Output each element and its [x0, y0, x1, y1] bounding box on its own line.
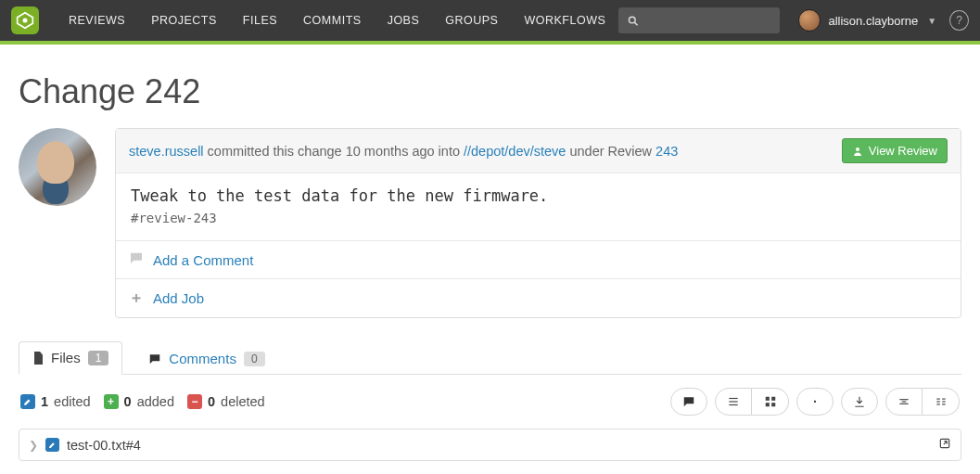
author-avatar[interactable]: [19, 128, 96, 206]
svg-point-1: [23, 19, 28, 23]
more-button[interactable]: ·: [796, 388, 834, 416]
svg-line-3: [635, 21, 638, 24]
nav-groups[interactable]: GROUPS: [432, 0, 511, 41]
grid-view-button[interactable]: [752, 388, 789, 416]
added-count: 0: [124, 394, 132, 409]
svg-point-2: [630, 17, 636, 23]
nav-workflows[interactable]: WORKFLOWS: [511, 0, 618, 41]
search-icon: [628, 15, 639, 27]
comment-filled-icon: [682, 395, 695, 408]
tabs: Files 1 Comments 0: [19, 340, 961, 375]
file-stats-row: 1 edited + 0 added − 0 deleted: [19, 375, 961, 429]
change-header: steve.russell committed this change 10 m…: [116, 129, 961, 173]
open-file-button[interactable]: [938, 437, 951, 453]
description-tag: #review-243: [131, 211, 946, 225]
chevron-down-icon: ▼: [927, 16, 936, 26]
header-text-2: into: [439, 144, 460, 159]
tab-comments[interactable]: Comments 0: [135, 343, 277, 375]
files-count-badge: 1: [88, 351, 109, 365]
stat-edited: 1 edited: [20, 394, 91, 409]
plus-icon: ＋: [129, 288, 144, 308]
grid-icon: [764, 395, 777, 408]
file-row[interactable]: ❯ test-00.txt#4: [19, 429, 961, 461]
depot-path-link[interactable]: //depot/dev/steve: [464, 144, 566, 159]
top-nav: REVIEWS PROJECTS FILES COMMITS JOBS GROU…: [0, 0, 980, 41]
review-id-link[interactable]: 243: [655, 144, 678, 159]
nav-jobs[interactable]: JOBS: [375, 0, 433, 41]
file-name: test-00.txt#4: [67, 438, 141, 453]
add-job-label: Add Job: [153, 290, 204, 306]
nav-links: REVIEWS PROJECTS FILES COMMITS JOBS GROU…: [56, 0, 618, 41]
nav-commits[interactable]: COMMITS: [290, 0, 375, 41]
author-link[interactable]: steve.russell: [129, 144, 204, 159]
svg-rect-9: [771, 397, 775, 401]
nav-reviews[interactable]: REVIEWS: [56, 0, 138, 41]
change-description: Tweak to the test data for the new firmw…: [116, 173, 961, 241]
stat-deleted: − 0 deleted: [187, 394, 265, 409]
deleted-count: 0: [208, 394, 215, 409]
file-edited-icon: [45, 438, 59, 452]
list-icon: [727, 395, 740, 408]
chevron-right-icon: ❯: [29, 439, 38, 452]
user-menu[interactable]: allison.clayborne ▼: [798, 9, 936, 32]
side-diff-button[interactable]: [923, 388, 960, 416]
list-view-button[interactable]: [715, 388, 752, 416]
edited-count: 1: [41, 394, 48, 409]
app-logo[interactable]: [11, 6, 39, 34]
added-icon: +: [104, 394, 119, 409]
file-icon: [32, 352, 44, 365]
deleted-label: deleted: [221, 394, 265, 409]
header-text-1: committed this change: [208, 144, 342, 159]
tab-comments-label: Comments: [169, 351, 236, 366]
side-diff-icon: [935, 395, 948, 408]
description-text: Tweak to the test data for the new firmw…: [131, 186, 946, 205]
diff-toolbar: ·: [670, 388, 960, 416]
add-comment-label: Add a Comment: [153, 252, 253, 268]
svg-rect-8: [765, 397, 769, 401]
inline-diff-icon: [897, 395, 910, 408]
page-title: Change 242: [19, 72, 961, 111]
change-panel: steve.russell committed this change 10 m…: [115, 128, 961, 318]
help-icon[interactable]: ?: [949, 10, 969, 31]
nav-files[interactable]: FILES: [230, 0, 290, 41]
added-label: added: [137, 394, 174, 409]
comments-count-badge: 0: [244, 352, 265, 366]
stat-added: + 0 added: [104, 394, 174, 409]
diff-mode-group: [885, 388, 960, 416]
download-button[interactable]: [841, 388, 878, 416]
download-icon: [853, 395, 866, 408]
comments-toggle-button[interactable]: [670, 388, 707, 416]
svg-rect-10: [765, 403, 769, 406]
add-comment-row[interactable]: Add a Comment: [116, 241, 961, 279]
view-review-label: View Review: [869, 144, 937, 158]
tab-files[interactable]: Files 1: [19, 341, 122, 375]
view-review-button[interactable]: View Review: [842, 138, 948, 163]
inline-diff-button[interactable]: [885, 388, 923, 416]
view-mode-group: [715, 388, 789, 416]
tab-files-label: Files: [51, 350, 81, 365]
search-box[interactable]: [618, 7, 780, 33]
user-avatar: [798, 9, 821, 32]
edited-icon: [20, 394, 35, 409]
time-ago: 10 months ago: [346, 144, 435, 159]
search-input[interactable]: [644, 14, 771, 28]
under-review-text: under Review: [569, 144, 652, 159]
nav-projects[interactable]: PROJECTS: [138, 0, 230, 41]
svg-rect-11: [771, 403, 775, 406]
comment-icon: [129, 250, 144, 269]
external-icon: [938, 437, 951, 450]
svg-point-4: [856, 147, 859, 151]
deleted-icon: −: [187, 394, 202, 409]
user-name: allison.clayborne: [828, 14, 918, 28]
comment-icon: [148, 352, 161, 365]
add-job-row[interactable]: ＋ Add Job: [116, 279, 961, 317]
edited-label: edited: [54, 394, 91, 409]
person-icon: [852, 146, 863, 157]
